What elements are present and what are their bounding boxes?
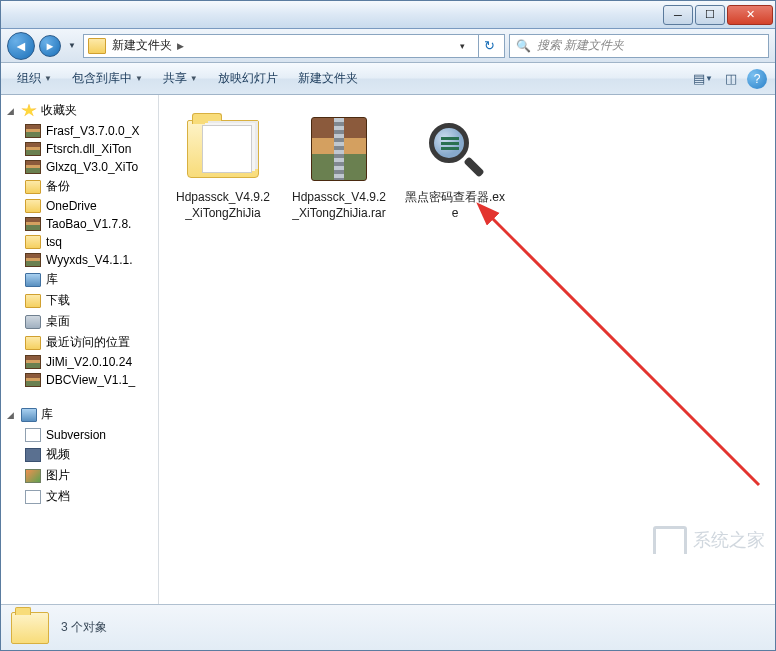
file-item[interactable]: 黑点密码查看器.exe — [401, 107, 509, 227]
forward-button[interactable]: ► — [39, 35, 61, 57]
folder-icon — [25, 235, 41, 249]
help-button[interactable]: ? — [747, 69, 767, 89]
doc-icon — [25, 428, 41, 442]
refresh-button[interactable]: ↻ — [478, 35, 500, 57]
preview-pane-button[interactable]: ◫ — [719, 67, 743, 91]
file-item[interactable]: Hdpassck_V4.9.2_XiTongZhiJia.rar — [285, 107, 393, 227]
sidebar-item-label: Wyyxds_V4.1.1. — [46, 253, 133, 267]
favorites-group[interactable]: ◢ 收藏夹 — [1, 99, 158, 122]
sidebar-item[interactable]: 图片 — [1, 465, 158, 486]
maximize-button[interactable]: ☐ — [695, 5, 725, 25]
sidebar-item[interactable]: tsq — [1, 233, 158, 251]
rar-icon — [25, 124, 41, 138]
close-button[interactable]: ✕ — [727, 5, 773, 25]
search-icon: 🔍 — [516, 39, 531, 53]
doc-icon — [25, 490, 41, 504]
slideshow-button[interactable]: 放映幻灯片 — [210, 66, 286, 91]
watermark-logo-icon — [653, 526, 687, 554]
sidebar-item-label: 桌面 — [46, 313, 70, 330]
navigation-pane[interactable]: ◢ 收藏夹 Frasf_V3.7.0.0_XFtsrch.dll_XiTonGl… — [1, 95, 159, 604]
sidebar-item[interactable]: JiMi_V2.0.10.24 — [1, 353, 158, 371]
include-library-menu[interactable]: 包含到库中 ▼ — [64, 66, 151, 91]
sidebar-item-label: Subversion — [46, 428, 106, 442]
rar-icon — [25, 355, 41, 369]
sidebar-item[interactable]: 下载 — [1, 290, 158, 311]
file-list[interactable]: Hdpassck_V4.9.2_XiTongZhiJiaHdpassck_V4.… — [159, 95, 775, 604]
address-dropdown[interactable]: ▾ — [454, 41, 470, 51]
sidebar-item-label: 文档 — [46, 488, 70, 505]
sidebar-item[interactable]: Subversion — [1, 426, 158, 444]
watermark-text: 系统之家 — [693, 528, 765, 552]
explorer-body: ◢ 收藏夹 Frasf_V3.7.0.0_XFtsrch.dll_XiTonGl… — [1, 95, 775, 604]
folder-icon — [25, 336, 41, 350]
window-controls: ─ ☐ ✕ — [661, 5, 773, 25]
address-bar[interactable]: 新建文件夹 ▶ ▾ ↻ — [83, 34, 505, 58]
new-folder-button[interactable]: 新建文件夹 — [290, 66, 366, 91]
sidebar-item[interactable]: 最近访问的位置 — [1, 332, 158, 353]
sidebar-item-label: TaoBao_V1.7.8. — [46, 217, 131, 231]
file-item[interactable]: Hdpassck_V4.9.2_XiTongZhiJia — [169, 107, 277, 227]
libraries-label: 库 — [41, 406, 53, 423]
back-button[interactable]: ◄ — [7, 32, 35, 60]
folder-icon — [11, 612, 49, 644]
search-box[interactable]: 🔍 搜索 新建文件夹 — [509, 34, 769, 58]
sidebar-item[interactable]: DBCView_V1.1_ — [1, 371, 158, 389]
sidebar-item-label: 库 — [46, 271, 58, 288]
folder-icon — [187, 120, 259, 178]
search-placeholder: 搜索 新建文件夹 — [537, 37, 624, 54]
archive-icon — [311, 117, 367, 181]
sidebar-item-label: DBCView_V1.1_ — [46, 373, 135, 387]
sidebar-item[interactable]: 视频 — [1, 444, 158, 465]
lib-icon — [25, 273, 41, 287]
sidebar-item-label: tsq — [46, 235, 62, 249]
sidebar-item[interactable]: Wyyxds_V4.1.1. — [1, 251, 158, 269]
folder-icon — [88, 38, 106, 54]
library-icon — [21, 408, 37, 422]
explorer-window: ─ ☐ ✕ ◄ ► ▼ 新建文件夹 ▶ ▾ ↻ 🔍 搜索 新建文件夹 组织 ▼ … — [0, 0, 776, 651]
view-options-button[interactable]: ▤ ▼ — [691, 67, 715, 91]
sidebar-item[interactable]: TaoBao_V1.7.8. — [1, 215, 158, 233]
organize-menu[interactable]: 组织 ▼ — [9, 66, 60, 91]
sidebar-item[interactable]: OneDrive — [1, 197, 158, 215]
pic-icon — [25, 469, 41, 483]
sidebar-item-label: Glxzq_V3.0_XiTo — [46, 160, 138, 174]
vid-icon — [25, 448, 41, 462]
collapse-icon: ◢ — [7, 410, 17, 420]
minimize-button[interactable]: ─ — [663, 5, 693, 25]
rar-icon — [25, 253, 41, 267]
sidebar-item-label: 备份 — [46, 178, 70, 195]
sidebar-item-label: 图片 — [46, 467, 70, 484]
file-label: Hdpassck_V4.9.2_XiTongZhiJia.rar — [289, 189, 389, 221]
sidebar-item[interactable]: Frasf_V3.7.0.0_X — [1, 122, 158, 140]
sidebar-item[interactable]: Ftsrch.dll_XiTon — [1, 140, 158, 158]
file-label: Hdpassck_V4.9.2_XiTongZhiJia — [173, 189, 273, 221]
exe-icon — [427, 121, 483, 177]
rar-icon — [25, 142, 41, 156]
history-dropdown[interactable]: ▼ — [65, 36, 79, 56]
address-path: 新建文件夹 ▶ — [112, 37, 448, 54]
collapse-icon: ◢ — [7, 106, 17, 116]
share-menu[interactable]: 共享 ▼ — [155, 66, 206, 91]
libraries-group[interactable]: ◢ 库 — [1, 403, 158, 426]
sidebar-item-label: OneDrive — [46, 199, 97, 213]
file-label: 黑点密码查看器.exe — [405, 189, 505, 221]
toolbar: 组织 ▼ 包含到库中 ▼ 共享 ▼ 放映幻灯片 新建文件夹 ▤ ▼ ◫ ? — [1, 63, 775, 95]
favorites-label: 收藏夹 — [41, 102, 77, 119]
sidebar-item[interactable]: 文档 — [1, 486, 158, 507]
star-icon — [21, 104, 37, 118]
titlebar[interactable]: ─ ☐ ✕ — [1, 1, 775, 29]
sidebar-item[interactable]: Glxzq_V3.0_XiTo — [1, 158, 158, 176]
sidebar-item[interactable]: 备份 — [1, 176, 158, 197]
status-bar: 3 个对象 — [1, 604, 775, 650]
sidebar-item-label: Frasf_V3.7.0.0_X — [46, 124, 139, 138]
sidebar-item[interactable]: 库 — [1, 269, 158, 290]
sidebar-item[interactable]: 桌面 — [1, 311, 158, 332]
sidebar-item-label: 最近访问的位置 — [46, 334, 130, 351]
folder-icon — [25, 180, 41, 194]
watermark: 系统之家 — [653, 526, 765, 554]
sidebar-item-label: Ftsrch.dll_XiTon — [46, 142, 131, 156]
sidebar-item-label: JiMi_V2.0.10.24 — [46, 355, 132, 369]
sidebar-item-label: 下载 — [46, 292, 70, 309]
disk-icon — [25, 315, 41, 329]
rar-icon — [25, 160, 41, 174]
